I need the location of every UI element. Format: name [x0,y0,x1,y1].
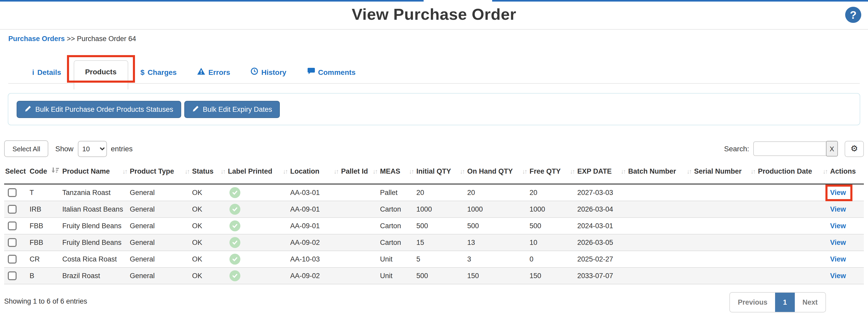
pagination-previous[interactable]: Previous [730,292,775,312]
row-checkbox[interactable] [8,188,17,197]
row-checkbox[interactable] [8,238,17,247]
cell-location: AA-09-02 [289,267,340,284]
tab-errors[interactable]: Errors [189,61,239,83]
col-header-pallet-id[interactable]: Pallet Id↓↑ [340,162,379,184]
col-header-location[interactable]: Location↓↑ [289,162,340,184]
col-header-product-name[interactable]: Product Name↓↑ [61,162,129,184]
cell-meas: Carton [379,201,415,217]
cell-code: FBB [29,234,61,251]
cell-status: OK [191,201,227,217]
cell-pallet-id [340,201,379,217]
cell-serial-number [693,184,757,201]
cell-initial-qty: 5 [415,251,466,267]
help-glyph: ? [850,8,857,21]
label-printed-check-icon [229,220,240,231]
col-header-serial-number[interactable]: Serial Number↓↑ [693,162,757,184]
cell-product-name: Costa Rica Roast [61,251,129,267]
col-header-initial-qty[interactable]: Initial QTY↓↑ [415,162,466,184]
tab-comments[interactable]: Comments [299,61,364,83]
cell-serial-number [693,201,757,217]
cell-meas: Unit [379,267,415,284]
settings-button[interactable]: ⚙ [845,141,864,157]
page: View Purchase Order ? Purchase Orders >>… [0,0,868,314]
cell-on-hand-qty: 3 [466,251,528,267]
table-row: FBB Fruity Blend Beans General OK AA-09-… [4,217,864,234]
search-input[interactable] [753,141,827,156]
cell-exp-date: 2033-07-07 [576,267,627,284]
cell-product-type: General [129,234,191,251]
button-label: Bulk Edit Purchase Order Products Status… [35,106,173,113]
col-header-label-printed[interactable]: Label Printed↓↑ [227,162,289,184]
entries-label: entries [111,145,133,153]
cell-production-date [757,184,829,201]
sort-icon: ↓↑ [621,168,626,176]
view-link[interactable]: View [830,255,846,263]
bulk-edit-expiry-button[interactable]: Bulk Edit Expiry Dates [184,101,280,118]
sort-icon: ↓↑ [283,168,288,176]
col-header-product-type[interactable]: Product Type↓↑ [129,162,191,184]
bulk-edit-statuses-button[interactable]: Bulk Edit Purchase Order Products Status… [17,101,181,118]
cell-product-type: General [129,217,191,234]
cell-production-date [757,234,829,251]
cell-serial-number [693,251,757,267]
help-icon[interactable]: ? [845,7,861,23]
label-printed-check-icon [229,187,240,198]
clock-icon [251,67,258,77]
tab-details[interactable]: i Details [24,62,69,83]
cell-product-type: General [129,201,191,217]
cell-pallet-id [340,184,379,201]
cell-initial-qty: 1000 [415,201,466,217]
clear-search-button[interactable]: X [826,141,838,156]
label-printed-check-icon [229,270,240,281]
bulk-actions-panel: Bulk Edit Purchase Order Products Status… [8,93,860,125]
page-size-select[interactable]: 10 [78,141,107,157]
table-footer: Showing 1 to 6 of 6 entries Previous 1 N… [4,292,864,312]
col-header-batch-number[interactable]: Batch Number↓↑ [627,162,693,184]
table-row: B Brazil Roast General OK AA-09-02 Unit … [4,267,864,284]
row-checkbox[interactable] [8,255,17,263]
tab-history[interactable]: History [243,61,294,83]
row-checkbox[interactable] [8,205,17,213]
col-header-select: Select [4,162,29,184]
cell-batch-number [627,217,693,234]
select-all-button[interactable]: Select All [4,140,49,157]
view-link[interactable]: View [830,189,846,197]
col-header-on-hand-qty[interactable]: On Hand QTY↓↑ [466,162,528,184]
cell-pallet-id [340,217,379,234]
cell-free-qty: 20 [528,184,576,201]
view-link[interactable]: View [830,222,846,230]
col-header-free-qty[interactable]: Free QTY↓↑ [528,162,576,184]
row-checkbox[interactable] [8,271,17,280]
cell-status: OK [191,251,227,267]
sort-icon: ↓↑ [334,168,339,176]
col-header-meas[interactable]: MEAS↓↑ [379,162,415,184]
col-header-production-date[interactable]: Production Date↓↑ [757,162,829,184]
view-link[interactable]: View [830,272,846,279]
cell-on-hand-qty: 500 [466,217,528,234]
products-table: Select Code Product Name↓↑ Product Type↓… [4,162,864,284]
cell-status: OK [191,267,227,284]
col-header-exp-date[interactable]: EXP DATE↓↑ [576,162,627,184]
sort-icon: ↓↑ [372,168,378,176]
products-table-wrap: Select Code Product Name↓↑ Product Type↓… [4,162,864,284]
cell-free-qty: 1000 [528,201,576,217]
tab-products[interactable]: Products [74,60,128,89]
cell-product-name: Fruity Blend Beans [61,217,129,234]
pagination-next[interactable]: Next [795,292,826,312]
sort-icon: ↓↑ [522,168,527,176]
search-label: Search: [724,145,749,153]
cell-code: IRB [29,201,61,217]
row-checkbox[interactable] [8,221,17,230]
col-header-code[interactable]: Code [29,162,61,184]
pagination-page-1[interactable]: 1 [775,292,795,312]
cell-location: AA-09-01 [289,217,340,234]
tab-charges[interactable]: $ Charges [132,62,185,83]
cell-production-date [757,217,829,234]
view-link[interactable]: View [830,238,846,246]
cell-exp-date: 2026-03-04 [576,201,627,217]
page-header: View Purchase Order ? [0,0,868,30]
table-controls: Select All Show 10 entries Search: X ⚙ [4,140,864,157]
breadcrumb-link-purchase-orders[interactable]: Purchase Orders [8,35,65,42]
col-header-status[interactable]: Status↓↑ [191,162,227,184]
view-link[interactable]: View [830,205,846,213]
